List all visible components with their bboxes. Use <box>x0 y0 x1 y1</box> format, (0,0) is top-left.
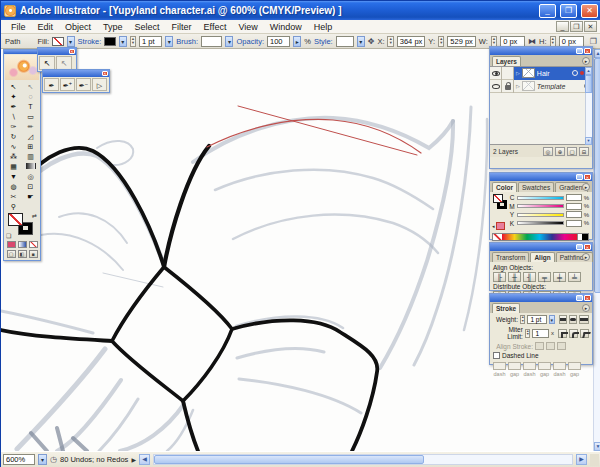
scroll-up-icon[interactable]: ▲ <box>594 49 600 58</box>
selection-tool[interactable]: ↖ <box>39 56 55 70</box>
delete-layer-icon[interactable]: ⊟ <box>579 147 589 156</box>
menu-filter[interactable]: Filter <box>166 21 198 33</box>
color-panel-title-bar[interactable]: ✕ <box>490 173 592 181</box>
layers-panel-menu-icon[interactable]: ▸ <box>582 57 590 65</box>
last-color-swatch[interactable] <box>496 222 505 230</box>
weight-dropdown-icon[interactable]: ▾ <box>549 315 555 324</box>
x-field[interactable]: 364 px <box>397 36 426 47</box>
color-spectrum-bar[interactable] <box>492 233 589 241</box>
fullscreen-menu-icon[interactable]: ◧ <box>18 250 27 258</box>
selection-palette-close-icon[interactable]: ✕ <box>69 49 75 54</box>
hscroll-right-icon[interactable]: ▶ <box>576 454 587 465</box>
doc-restore-button[interactable]: ❐ <box>570 21 583 32</box>
layers-scrollbar[interactable]: ▲ ▼ <box>585 67 592 145</box>
column-graph-tool[interactable]: ▥ <box>22 151 39 161</box>
dashed-line-checkbox[interactable] <box>493 352 500 359</box>
maximize-button[interactable]: ❐ <box>560 4 577 18</box>
stroke-weight-field[interactable]: 1 pt <box>139 36 162 47</box>
doc-minimize-button[interactable]: _ <box>556 21 569 32</box>
x-stepper[interactable]: ▲▼ <box>387 36 393 47</box>
eyedropper-tool[interactable]: ▼ <box>5 171 22 181</box>
fill-swatch[interactable] <box>52 37 63 46</box>
layer-row-hair[interactable]: ▷ Hair <box>490 67 592 80</box>
brush-dropdown-icon[interactable]: ▾ <box>225 36 233 47</box>
rectangle-tool[interactable]: ▭ <box>22 111 39 121</box>
yellow-field[interactable] <box>566 211 582 218</box>
style-field[interactable] <box>336 36 354 47</box>
free-transform-tool[interactable]: ⊞ <box>22 141 39 151</box>
miter-stepper[interactable]: ▲▼ <box>525 329 531 338</box>
layers-scroll-thumb[interactable] <box>585 75 592 93</box>
layers-scroll-down-icon[interactable]: ▼ <box>585 137 592 145</box>
warp-tool[interactable]: ∿ <box>5 141 22 151</box>
fullscreen-icon[interactable]: ■ <box>29 250 38 258</box>
fill-proxy[interactable] <box>8 213 23 226</box>
spectrum-ramp[interactable] <box>502 234 577 240</box>
add-anchor-point-tool[interactable]: ✒⁺ <box>60 78 75 91</box>
w-stepper[interactable]: ▲▼ <box>491 36 497 47</box>
expand-triangle-icon[interactable]: ▷ <box>516 70 520 76</box>
symbol-sprayer-tool[interactable]: ⁂ <box>5 151 22 161</box>
horizontal-scrollbar[interactable] <box>153 454 573 465</box>
link-dimensions-icon[interactable]: ⧓ <box>528 37 536 46</box>
miter-join-button[interactable] <box>558 329 567 338</box>
round-join-button[interactable] <box>569 329 578 338</box>
y-field[interactable]: 529 px <box>447 36 476 47</box>
butt-cap-button[interactable] <box>559 315 567 324</box>
stroke-weight-dropdown-icon[interactable]: ▾ <box>165 36 173 47</box>
align-left-button[interactable]: ╟ <box>493 272 506 282</box>
vertical-scroll-thumb[interactable] <box>594 58 600 293</box>
magic-wand-tool[interactable]: ✦ <box>5 91 22 101</box>
line-segment-tool[interactable]: ∖ <box>5 111 22 121</box>
align-hcenter-button[interactable]: ╫ <box>508 272 521 282</box>
menu-help[interactable]: Help <box>308 21 339 33</box>
scissors-tool[interactable]: ✂ <box>5 191 22 201</box>
align-minimize-icon[interactable] <box>576 244 583 250</box>
align-top-button[interactable]: ╤ <box>538 272 551 282</box>
menu-file[interactable]: File <box>5 21 32 33</box>
h-field[interactable]: 0 px <box>559 36 584 47</box>
miter-field[interactable]: 1 <box>532 329 549 338</box>
layer-name[interactable]: Hair <box>537 70 570 77</box>
lock-cell[interactable] <box>502 67 514 80</box>
fill-proxy[interactable] <box>493 194 503 203</box>
live-paint-selection-tool[interactable]: ⊡ <box>22 181 39 191</box>
hscroll-left-icon[interactable]: ◀ <box>139 454 150 465</box>
opacity-stepper-icon[interactable]: ▸ <box>293 36 301 47</box>
opacity-field[interactable]: 100 <box>267 36 290 47</box>
color-panel-menu-icon[interactable]: ▸ <box>582 183 590 191</box>
scroll-down-icon[interactable]: ▼ <box>594 442 600 451</box>
tab-transform[interactable]: Transform <box>492 252 529 262</box>
align-vcenter-button[interactable]: ╪ <box>553 272 566 282</box>
align-panel-title-bar[interactable]: ✕ <box>490 243 592 251</box>
align-right-button[interactable]: ╢ <box>523 272 536 282</box>
none-button[interactable] <box>29 241 38 248</box>
color-minimize-icon[interactable] <box>576 174 583 180</box>
h-stepper[interactable]: ▲▼ <box>550 36 556 47</box>
weight-field[interactable]: 1 pt <box>527 315 546 324</box>
menu-select[interactable]: Select <box>129 21 166 33</box>
dash-field-3[interactable] <box>553 362 566 370</box>
pencil-tool[interactable]: ✏ <box>22 121 39 131</box>
black-field[interactable] <box>566 220 582 227</box>
stroke-close-icon[interactable]: ✕ <box>584 295 591 301</box>
stroke-dropdown-icon[interactable]: ▾ <box>119 36 127 47</box>
style-dropdown-icon[interactable]: ▾ <box>357 36 365 47</box>
stroke-minimize-icon[interactable] <box>576 295 583 301</box>
selection-tool[interactable]: ↖ <box>5 81 22 91</box>
hand-tool[interactable]: ☛ <box>22 191 39 201</box>
lock-cell[interactable] <box>502 80 514 93</box>
tab-color[interactable]: Color <box>492 182 517 192</box>
blend-tool[interactable]: ◎ <box>22 171 39 181</box>
type-tool[interactable]: T <box>22 101 39 111</box>
scale-tool[interactable]: ◿ <box>22 131 39 141</box>
stroke-weight-stepper[interactable]: ▲▼ <box>130 36 136 47</box>
menu-effect[interactable]: Effect <box>198 21 233 33</box>
target-circle-icon[interactable] <box>572 70 578 76</box>
layer-name[interactable]: Template <box>537 83 582 90</box>
brush-field[interactable] <box>201 36 222 47</box>
gap-field-3[interactable] <box>568 362 581 370</box>
palette-dock-icon[interactable]: ❐ <box>590 37 597 46</box>
menu-type[interactable]: Type <box>97 21 129 33</box>
dash-field-1[interactable] <box>493 362 506 370</box>
